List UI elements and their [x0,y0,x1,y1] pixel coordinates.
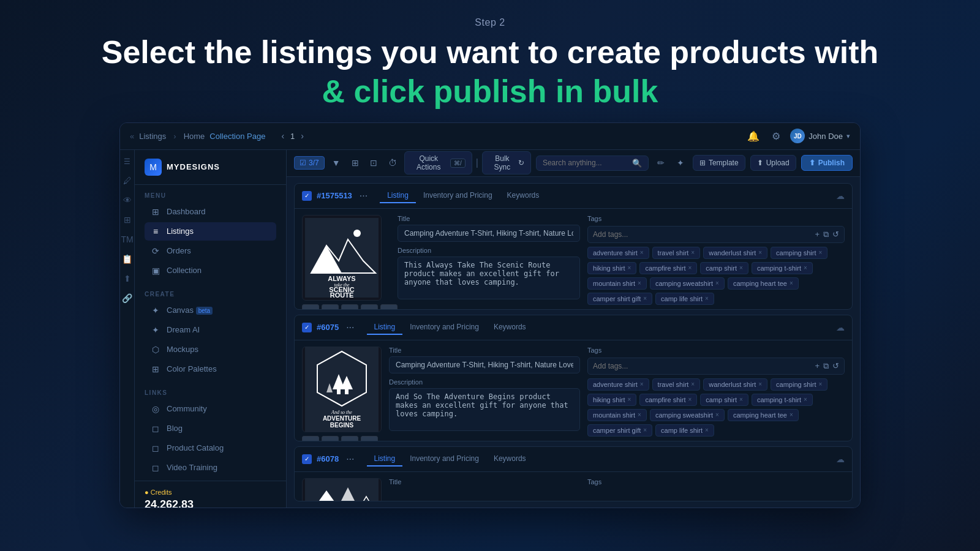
tag-x-1-8[interactable]: × [804,264,807,271]
tag-2-13[interactable]: camp life shirt × [655,424,714,437]
tag-1-9[interactable]: mountain shirt × [587,277,647,290]
clock-button[interactable]: ⏱ [385,156,401,170]
tag-1-7[interactable]: camp shirt × [700,262,748,274]
tag-x-1-6[interactable]: × [688,264,692,271]
tag-x-2-9[interactable]: × [638,411,641,418]
listing-tab-pricing-3[interactable]: Inventory and Pricing [402,452,486,467]
tag-x-1-12[interactable]: × [643,295,647,302]
tag-2-5[interactable]: hiking shirt × [587,394,636,406]
sidebar-icon-1[interactable]: 🖊 [123,176,132,186]
thumb-1-4[interactable] [361,304,378,310]
tag-x-2-7[interactable]: × [739,396,743,403]
bulk-sync-button[interactable]: Bulk Sync ↻ [482,151,531,174]
listing-tab-pricing-2[interactable]: Inventory and Pricing [402,320,486,335]
publish-button[interactable]: ⬆ Publish [801,155,853,171]
filter-button[interactable]: ▼ [328,156,344,170]
thumb-1-5[interactable] [380,304,398,310]
tags-refresh-button-1[interactable]: ↺ [832,230,839,239]
tag-2-11[interactable]: camping heart tee × [728,409,799,421]
tag-x-2-11[interactable]: × [790,411,793,418]
listing-tab-pricing-1[interactable]: Inventory and Pricing [416,189,500,203]
tag-2-1[interactable]: adventure shirt × [587,378,649,391]
tag-1-13[interactable]: camp life shirt × [655,293,714,305]
notification-icon[interactable]: 🔔 [745,128,762,144]
desc-textarea-1[interactable]: This Always Take The Scenic Route produc… [398,257,580,299]
tags-copy-button-1[interactable]: ⧉ [823,230,829,239]
tag-x-1-11[interactable]: × [790,280,793,287]
search-input[interactable] [543,159,628,167]
search-box[interactable]: 🔍 [536,156,649,171]
sidebar-item-orders[interactable]: ⟳ Orders [145,242,276,260]
tag-x-2-10[interactable]: × [715,411,719,418]
breadcrumb-collection[interactable]: Collection Page [209,132,265,141]
edit-button[interactable]: ✏ [654,156,668,170]
tag-x-1-10[interactable]: × [715,280,719,287]
selection-badge[interactable]: ☑ 3/7 [294,156,325,170]
listing-more-button-1[interactable]: ··· [357,190,370,201]
tags-input-row-1[interactable]: + ⧉ ↺ [587,226,845,243]
sidebar-item-community[interactable]: ◎ Community [145,400,276,418]
upload-button[interactable]: ⬆ Upload [750,155,796,171]
tag-x-2-8[interactable]: × [804,396,807,403]
prev-page-button[interactable]: ‹ [277,130,288,142]
sidebar-item-dashboard[interactable]: ⊞ Dashboard [145,203,276,221]
tag-1-11[interactable]: camping heart tee × [728,277,799,290]
listing-tab-keywords-3[interactable]: Keywords [486,452,533,467]
tag-x-1-9[interactable]: × [638,280,641,287]
tags-add-button-2[interactable]: + [815,361,820,370]
tag-1-1[interactable]: adventure shirt × [587,247,649,259]
sidebar-item-dream[interactable]: ✦ Dream AI [145,321,276,339]
sidebar-item-product-catalog[interactable]: ◻ Product Catalog [145,439,276,457]
tag-1-12[interactable]: camper shirt gift × [587,293,652,305]
tags-refresh-button-2[interactable]: ↺ [832,361,839,370]
tag-1-2[interactable]: travel shirt × [652,247,701,259]
quick-actions-button[interactable]: Quick Actions ⌘/ [404,151,472,174]
title-input-2[interactable] [389,356,580,373]
view-list-button[interactable]: ⊡ [366,156,381,170]
listing-tab-listing-3[interactable]: Listing [367,452,403,467]
tag-2-9[interactable]: mountain shirt × [587,409,647,421]
listing-checkbox-1[interactable]: ✓ [302,191,312,201]
tag-x-1-3[interactable]: × [758,249,762,256]
tags-input-1[interactable] [593,230,811,239]
listing-tab-listing-2[interactable]: Listing [367,320,403,335]
breadcrumb-listings[interactable]: Listings [139,132,166,141]
desc-textarea-2[interactable]: And So The Adventure Begins product make… [389,388,580,431]
tag-1-5[interactable]: hiking shirt × [587,262,636,274]
tag-x-2-1[interactable]: × [640,381,644,388]
view-grid-button[interactable]: ⊞ [348,156,363,170]
sidebar-item-video-training[interactable]: ◻ Video Training [145,459,276,477]
title-input-1[interactable] [398,225,580,242]
thumb-1-3[interactable] [341,304,358,310]
tag-x-1-13[interactable]: × [705,295,709,302]
tag-x-1-4[interactable]: × [819,249,823,256]
tag-x-2-13[interactable]: × [705,427,709,433]
thumb-2-4[interactable] [361,436,378,441]
tag-x-2-2[interactable]: × [691,381,695,388]
sidebar-icon-2[interactable]: 👁 [123,195,132,205]
listing-checkbox-3[interactable]: ✓ [302,454,312,464]
tags-copy-button-2[interactable]: ⧉ [823,361,829,371]
tag-2-4[interactable]: camping shirt × [771,378,827,391]
tags-input-2[interactable] [593,362,811,370]
tag-1-6[interactable]: campfire shirt × [639,262,697,274]
tag-x-2-5[interactable]: × [628,396,631,403]
tag-1-3[interactable]: wanderlust shirt × [703,247,767,259]
sidebar-icon-3[interactable]: ⊞ [124,215,131,225]
tag-x-1-5[interactable]: × [628,264,631,271]
listing-checkbox-2[interactable]: ✓ [302,323,312,332]
listing-tab-listing-1[interactable]: Listing [380,189,416,203]
listing-more-button-2[interactable]: ··· [344,322,356,333]
sidebar-icon-5[interactable]: 📋 [122,254,132,264]
sidebar-item-collection[interactable]: ▣ Collection [145,261,276,280]
stars-button[interactable]: ✦ [673,156,688,170]
tag-x-2-6[interactable]: × [688,396,692,403]
settings-icon[interactable]: ⚙ [769,128,783,144]
sidebar-item-blog[interactable]: ◻ Blog [145,419,276,438]
thumb-2-2[interactable] [322,436,339,441]
sidebar-icon-4[interactable]: TM [121,234,133,244]
sidebar-icon-6[interactable]: ⬆ [124,274,131,283]
tags-input-row-2[interactable]: + ⧉ ↺ [587,358,845,375]
tag-1-8[interactable]: camping t-shirt × [752,262,813,274]
tag-x-2-3[interactable]: × [758,381,762,388]
